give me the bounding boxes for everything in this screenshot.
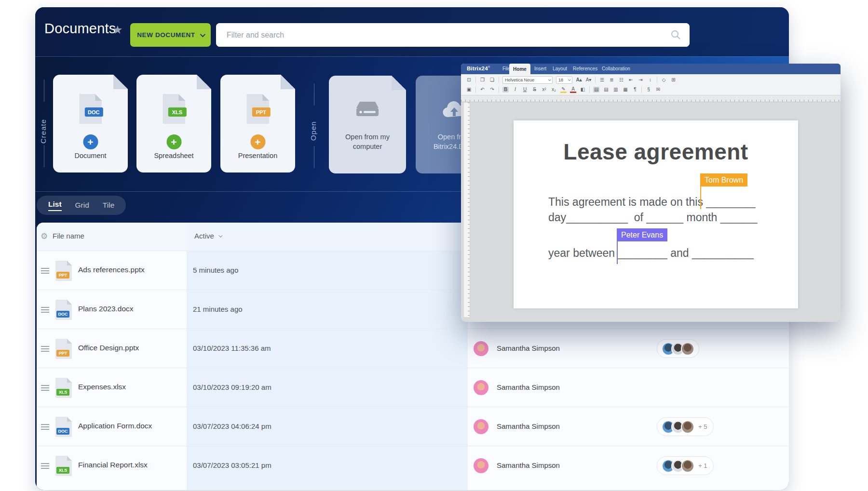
new-document-button[interactable]: NEW DOCUMENT	[130, 23, 211, 47]
paste-icon[interactable]: ❏	[489, 78, 495, 82]
italic-icon[interactable]: I	[512, 87, 518, 92]
line-spacing-icon[interactable]: ↕	[647, 78, 653, 82]
tab-list[interactable]: List	[48, 200, 62, 211]
highlight-color-icon[interactable]: ✎	[560, 87, 567, 93]
font-color-icon[interactable]: A	[570, 87, 576, 93]
clipboard-icon[interactable]: ▣	[466, 87, 472, 92]
ppt-file-icon: PPT	[55, 261, 72, 281]
drag-handle-icon[interactable]	[41, 307, 49, 313]
increase-indent-icon[interactable]: ⇥	[637, 78, 644, 82]
align-justify-icon[interactable]: ▦	[622, 87, 628, 92]
file-name[interactable]: Ads references.pptx	[78, 265, 145, 274]
favorite-star-icon[interactable]: ★	[112, 23, 123, 37]
insert-table-icon[interactable]: ⊞	[670, 78, 677, 82]
drag-handle-icon[interactable]	[41, 385, 49, 391]
horizontal-ruler[interactable]	[461, 95, 841, 102]
owner-avatar[interactable]	[474, 419, 488, 434]
tab-grid[interactable]: Grid	[75, 201, 89, 210]
owner-name[interactable]: Samantha Simpson	[497, 422, 560, 430]
subscript-icon[interactable]: x₂	[551, 87, 557, 92]
owner-avatar[interactable]	[474, 380, 488, 395]
menu-collaboration[interactable]: Collaboration	[602, 66, 630, 71]
file-name[interactable]: Financial Report.xlsx	[78, 461, 148, 469]
add-presentation-icon[interactable]: +	[250, 134, 265, 149]
file-name[interactable]: Plans 2023.docx	[78, 305, 134, 313]
align-left-icon[interactable]: ▤	[593, 87, 599, 93]
collaborators-extra-count: + 5	[698, 423, 707, 430]
multilevel-list-icon[interactable]: ☷	[618, 78, 624, 82]
column-active[interactable]: Active	[194, 232, 221, 240]
document-page[interactable]: Lease agreement This agreement is made o…	[514, 120, 798, 308]
file-modified: 03/10/2023 09:19:20 am	[193, 383, 271, 391]
add-document-icon[interactable]: +	[83, 134, 98, 149]
paragraph-mark-icon[interactable]: ¶	[632, 87, 638, 92]
dogear-fold	[197, 75, 211, 89]
superscript-icon[interactable]: x²	[541, 87, 547, 92]
table-row[interactable]: XLS Financial Report.xlsx 03/07/2023 03:…	[37, 446, 789, 485]
add-spreadsheet-icon[interactable]: +	[166, 134, 181, 149]
chevron-down-icon	[548, 78, 551, 81]
open-divider-bottom	[314, 146, 314, 168]
font-family-select[interactable]: Helvetica Neue	[502, 76, 553, 84]
menu-home[interactable]: Home	[509, 64, 530, 74]
table-row[interactable]: XLS Expenses.xlsx 03/10/2023 09:19:20 am…	[37, 368, 789, 407]
drag-handle-icon[interactable]	[41, 463, 49, 469]
collab-cursor-tom-brown: Tom Brown	[700, 173, 747, 186]
underline-icon[interactable]: U	[522, 87, 528, 92]
owner-avatar[interactable]	[474, 341, 488, 356]
align-center-icon[interactable]: ▤	[603, 87, 609, 92]
open-section-label: Open	[309, 111, 320, 151]
menu-references[interactable]: References	[573, 66, 597, 71]
drag-handle-icon[interactable]	[41, 346, 49, 352]
owner-name[interactable]: Samantha Simpson	[497, 344, 560, 352]
collaborators-pill[interactable]: + 5	[657, 417, 714, 436]
numbered-list-icon[interactable]: ≣	[609, 78, 615, 82]
drag-handle-icon[interactable]	[41, 268, 49, 274]
open-from-computer-card[interactable]: Open from my computer	[329, 76, 406, 173]
view-tabs: List Grid Tile	[37, 196, 126, 215]
file-name[interactable]: Office Design.pptx	[78, 344, 139, 352]
owner-name[interactable]: Samantha Simpson	[497, 383, 560, 391]
link-icon[interactable]: §	[645, 87, 651, 92]
decrease-indent-icon[interactable]: ⇤	[628, 78, 634, 82]
create-spreadsheet-card[interactable]: XLS + Spreadsheet	[136, 75, 211, 173]
collaborators-pill[interactable]: + 1	[657, 456, 714, 475]
table-row[interactable]: DOC Application Form.docx 03/07/2023 04:…	[37, 407, 789, 446]
fill-color-icon[interactable]: ◧	[580, 87, 586, 92]
file-name[interactable]: Application Form.docx	[78, 422, 152, 430]
menu-insert[interactable]: Insert	[534, 66, 546, 71]
redo-icon[interactable]: ↷	[489, 87, 495, 92]
create-presentation-card[interactable]: PPT + Presentation	[220, 75, 295, 173]
font-size-select[interactable]: 18	[556, 76, 572, 84]
clear-format-icon[interactable]: ◇	[661, 78, 667, 82]
create-document-card[interactable]: DOC + Document	[53, 75, 128, 173]
file-name[interactable]: Expenses.xlsx	[78, 383, 126, 391]
editor-toolbar: ⊡ ❐ ❏ Helvetica Neue 18 A▴ A▾ ☰ ≣ ☷	[461, 74, 841, 95]
search-icon[interactable]	[670, 29, 681, 40]
owner-name[interactable]: Samantha Simpson	[497, 461, 560, 469]
vertical-ruler[interactable]	[464, 103, 470, 317]
file-modified: 03/07/2023 04:06:24 pm	[193, 422, 271, 430]
tab-tile[interactable]: Tile	[103, 201, 114, 210]
dogear-fold	[392, 76, 406, 90]
owner-avatar[interactable]	[474, 458, 488, 473]
copy-icon[interactable]: ❐	[479, 78, 486, 82]
decrease-font-icon[interactable]: A▾	[585, 78, 592, 82]
drag-handle-icon[interactable]	[41, 424, 49, 430]
undo-icon[interactable]: ↶	[479, 87, 486, 92]
mail-icon[interactable]: ✉	[655, 87, 661, 92]
align-right-icon[interactable]: ▥	[612, 87, 619, 92]
increase-font-icon[interactable]: A▴	[576, 78, 582, 82]
bold-icon[interactable]: B	[502, 87, 509, 93]
column-file-name[interactable]: File name	[53, 232, 84, 240]
search-input[interactable]	[216, 23, 690, 47]
print-icon[interactable]: ⊡	[466, 78, 472, 82]
table-row[interactable]: PPT Office Design.pptx 03/10/2023 11:35:…	[37, 329, 789, 368]
collaborators-pill[interactable]	[657, 339, 699, 358]
menu-layout[interactable]: Layout	[553, 66, 567, 71]
strikethrough-icon[interactable]: S	[531, 87, 538, 92]
bullet-list-icon[interactable]: ☰	[599, 78, 605, 82]
document-title: Lease agreement	[514, 139, 798, 165]
collaborators-extra-count: + 1	[698, 462, 707, 469]
gear-icon[interactable]: ⚙	[41, 231, 48, 241]
